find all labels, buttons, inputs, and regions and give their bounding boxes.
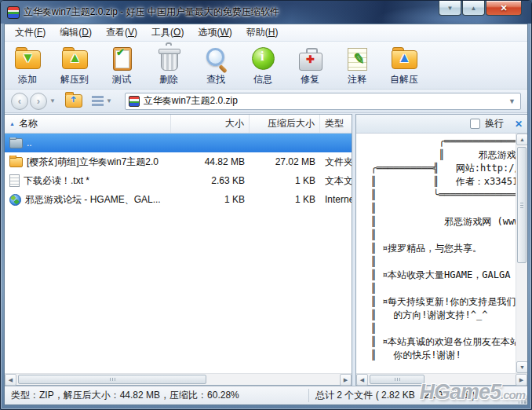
menu-item[interactable]: 文件(F) — [8, 24, 53, 41]
file-rows: .. [樱茶幻萌组]立华奏win7主题2.0 44.82 MB 27.02 MB… — [5, 134, 352, 373]
word-wrap-checkbox[interactable] — [470, 119, 480, 129]
repair-kit-icon: ✚ — [296, 46, 324, 71]
word-wrap-label: 换行 — [485, 117, 504, 130]
toolbar-button-label: 测试 — [112, 73, 131, 86]
comment-notepad-icon: ✎ — [343, 46, 371, 71]
scroll-right-icon[interactable]: ▶ — [340, 374, 352, 386]
extract-to-folder-icon: ▲ — [60, 46, 89, 71]
toolbar-button[interactable]: ✔ 测试 — [107, 46, 137, 86]
file-size: 1 KB — [171, 194, 250, 205]
zip-file-icon — [129, 96, 140, 107]
sort-ascending-icon: ▲ — [9, 121, 15, 126]
sfx-folder-icon: ▲ — [390, 46, 418, 71]
menu-item[interactable]: 选项(W) — [191, 24, 239, 41]
toolbar-button[interactable]: ✎ 注释 — [342, 46, 372, 86]
test-clipboard-icon: ✔ — [107, 46, 136, 71]
archive-summary-status: 类型：ZIP，解压后大小：44.82 MB，压缩比：60.28% — [5, 389, 309, 402]
menu-item[interactable]: 帮助(H) — [239, 24, 286, 41]
file-packed-size: 1 KB — [250, 175, 320, 186]
scrollbar-thumb[interactable] — [370, 375, 425, 384]
delete-trash-icon — [155, 46, 183, 71]
file-name: [樱茶幻萌组]立华奏win7主题2.0 — [27, 156, 159, 169]
up-one-level-icon[interactable] — [65, 94, 82, 108]
comment-vertical-scrollbar[interactable]: ▲ ▼ — [516, 134, 527, 373]
menu-item[interactable]: 编辑(D) — [53, 24, 99, 41]
menu-item[interactable]: 工具(O) — [144, 24, 191, 41]
forward-button[interactable]: › — [30, 93, 47, 110]
column-header-name[interactable]: ▲名称 — [5, 115, 171, 133]
folder-icon — [9, 157, 23, 167]
toolbar: ▼ 添加 ▲ 解压到 ✔ 测试 删除 — [5, 42, 527, 90]
combobox-dropdown-icon[interactable]: ▼ — [507, 97, 517, 105]
column-header-row: ▲名称 大小 压缩后大小 类型 — [5, 115, 352, 134]
table-row[interactable]: 下载必读！.txt * 2.63 KB 1 KB 文本文档 — [5, 171, 352, 190]
file-list-panel: ▲名称 大小 压缩后大小 类型 .. — [5, 114, 352, 386]
table-row[interactable]: 邪恶游戏论坛 - HGAME、GAL... 1 KB 1 KB Internet… — [5, 190, 352, 209]
hgame5-watermark: HGame5.com — [419, 380, 525, 405]
toolbar-button-label: 删除 — [159, 73, 178, 86]
file-list-horizontal-scrollbar[interactable]: ◀ ▶ — [5, 373, 352, 385]
menu-bar: 文件(F) 编辑(D) 查看(V) 工具(O) 选项(W) 帮助(H) — [5, 24, 527, 42]
view-mode-icon[interactable] — [92, 96, 104, 98]
column-header-packed-size[interactable]: 压缩后大小 — [250, 115, 320, 133]
toolbar-button-label: 注释 — [348, 73, 366, 86]
back-button[interactable]: ‹ — [11, 93, 28, 110]
archive-path-value: 立华奏win7主题2.0.zip — [144, 94, 507, 108]
file-size: 44.82 MB — [171, 156, 250, 167]
scroll-left-icon[interactable]: ◀ — [5, 374, 16, 386]
scroll-up-icon[interactable]: ▲ — [516, 134, 527, 145]
toolbar-button[interactable]: ▲ 解压到 — [60, 46, 89, 86]
file-type: 文本文档 — [320, 174, 352, 188]
scrollbar-thumb[interactable] — [517, 147, 527, 263]
archive-comment-text: ╭═══════════════════ ║ 邪恶游戏网下载 ╭════════… — [356, 134, 516, 373]
haozip-window: 立华奏win7主题2.0.zip - 好压 中国用户量最大的免费压缩软件 ▼ ▲… — [0, 0, 532, 410]
file-type: 文件夹 — [320, 156, 352, 169]
haozip-app-icon — [7, 6, 20, 19]
close-button[interactable]: ✕ — [486, 1, 522, 16]
parent-folder-icon — [9, 138, 23, 148]
info-icon: i — [249, 46, 277, 71]
file-packed-size: 1 KB — [250, 194, 320, 205]
comment-panel-header: 换行 ✕ — [356, 115, 527, 134]
table-row[interactable]: [樱茶幻萌组]立华奏win7主题2.0 44.82 MB 27.02 MB 文件… — [5, 152, 352, 171]
table-row[interactable]: .. — [5, 134, 352, 152]
column-header-size[interactable]: 大小 — [171, 115, 250, 133]
find-magnifier-icon — [202, 46, 230, 71]
scroll-down-icon[interactable]: ▼ — [516, 361, 527, 373]
file-name: .. — [27, 137, 32, 148]
toolbar-button-label: 自解压 — [390, 73, 418, 86]
client-area: 文件(F) 编辑(D) 查看(V) 工具(O) 选项(W) 帮助(H) ▼ 添 — [4, 24, 528, 405]
history-dropdown-icon[interactable]: ▼ — [49, 97, 56, 104]
text-file-icon — [9, 174, 20, 187]
file-size: 2.63 KB — [171, 175, 250, 186]
scroll-left-icon[interactable]: ◀ — [356, 374, 368, 386]
minimize-button[interactable]: ▼ — [439, 1, 461, 16]
toolbar-button-label: 修复 — [301, 73, 319, 86]
toolbar-button-label: 添加 — [18, 73, 37, 86]
toolbar-button-label: 信息 — [253, 73, 272, 86]
toolbar-button[interactable]: ✚ 修复 — [295, 46, 325, 86]
toolbar-button-label: 查找 — [206, 73, 225, 86]
comment-close-icon[interactable]: ✕ — [515, 119, 523, 130]
toolbar-button[interactable]: ▼ 添加 — [13, 46, 42, 86]
address-bar: ‹ › ▼ ▼ 立华奏win7主题2.0.zip ▼ — [5, 90, 527, 113]
toolbar-button[interactable]: 删除 — [154, 46, 184, 86]
column-header-type[interactable]: 类型 — [320, 115, 352, 133]
maximize-button[interactable]: ▲ — [462, 1, 485, 16]
title-bar[interactable]: 立华奏win7主题2.0.zip - 好压 中国用户量最大的免费压缩软件 ▼ ▲… — [1, 1, 531, 24]
toolbar-button[interactable]: ▲ 自解压 — [389, 46, 419, 86]
comment-panel: 换行 ✕ ╭═══════════════════ ║ 邪恶游戏网下载 ╭═══… — [355, 114, 527, 386]
file-type: Internet 快捷方式 — [320, 193, 352, 207]
menu-item[interactable]: 查看(V) — [99, 24, 144, 41]
view-mode-dropdown-icon[interactable]: ▼ — [106, 97, 112, 104]
archive-path-combobox[interactable]: 立华奏win7主题2.0.zip ▼ — [125, 93, 521, 110]
window-title: 立华奏win7主题2.0.zip - 好压 中国用户量最大的免费压缩软件 — [24, 5, 279, 19]
scrollbar-thumb[interactable] — [18, 375, 206, 384]
toolbar-button[interactable]: i 信息 — [248, 46, 278, 86]
file-packed-size: 27.02 MB — [250, 156, 320, 167]
toolbar-button[interactable]: 查找 — [201, 46, 231, 86]
file-name: 邪恶游戏论坛 - HGAME、GAL... — [25, 193, 161, 207]
toolbar-button-label: 解压到 — [60, 73, 89, 86]
comment-body: ╭═══════════════════ ║ 邪恶游戏网下载 ╭════════… — [356, 134, 527, 373]
file-name: 下载必读！.txt * — [24, 174, 89, 188]
